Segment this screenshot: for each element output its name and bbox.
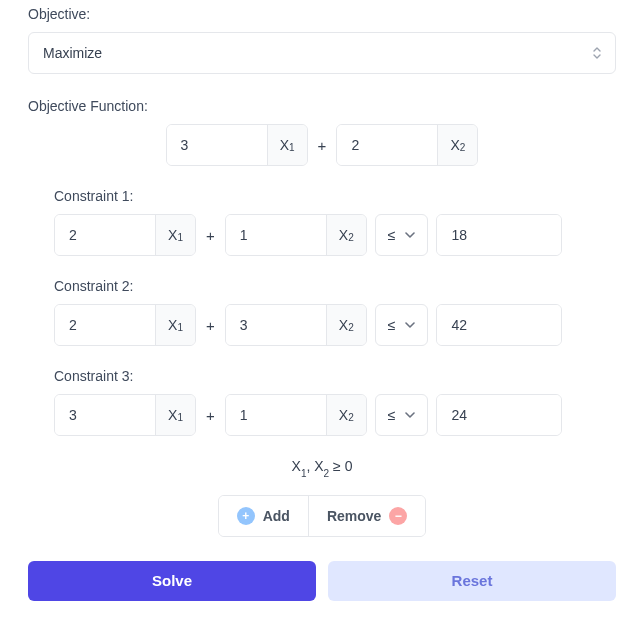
rhs-input[interactable] [437, 215, 561, 255]
operator-select[interactable]: ≤ [375, 214, 429, 256]
remove-button[interactable]: Remove − [308, 496, 425, 536]
add-remove-group: + Add Remove − [218, 495, 427, 537]
rhs-input-wrap [436, 304, 562, 346]
coeff-input-wrap: X1 [166, 124, 308, 166]
coeff-input[interactable] [226, 215, 326, 255]
rhs-input-wrap [436, 214, 562, 256]
variable-badge: X2 [326, 215, 366, 255]
select-chevrons-icon [593, 47, 601, 59]
plus-sign: + [204, 227, 217, 244]
coeff-input[interactable] [337, 125, 437, 165]
chevron-down-icon [405, 412, 415, 418]
solve-button[interactable]: Solve [28, 561, 316, 601]
coeff-input-wrap: X1 [54, 214, 196, 256]
variable-badge: X2 [326, 305, 366, 345]
variable-badge: X2 [326, 395, 366, 435]
operator-value: ≤ [388, 227, 396, 243]
coeff-input-wrap: X1 [54, 394, 196, 436]
variable-badge: X1 [155, 395, 195, 435]
variable-badge: X1 [155, 215, 195, 255]
coeff-input-wrap: X2 [225, 214, 367, 256]
objective-function-label: Objective Function: [28, 98, 616, 114]
coeff-input-wrap: X2 [225, 304, 367, 346]
variable-badge: X1 [267, 125, 307, 165]
coeff-input[interactable] [226, 305, 326, 345]
rhs-input-wrap [436, 394, 562, 436]
coeff-input-wrap: X2 [225, 394, 367, 436]
coeff-input-wrap: X2 [336, 124, 478, 166]
operator-select[interactable]: ≤ [375, 394, 429, 436]
add-button-label: Add [263, 508, 290, 524]
reset-button[interactable]: Reset [328, 561, 616, 601]
rhs-input[interactable] [437, 395, 561, 435]
operator-value: ≤ [388, 407, 396, 423]
objective-select-value: Maximize [43, 45, 102, 61]
constraint-label: Constraint 1: [54, 188, 616, 204]
coeff-input[interactable] [55, 305, 155, 345]
add-button[interactable]: + Add [219, 496, 308, 536]
coeff-input[interactable] [55, 215, 155, 255]
coeff-input-wrap: X1 [54, 304, 196, 346]
operator-value: ≤ [388, 317, 396, 333]
plus-sign: + [204, 317, 217, 334]
variable-badge: X1 [155, 305, 195, 345]
nonnegativity-text: X1, X2 ≥ 0 [28, 458, 616, 477]
objective-select[interactable]: Maximize [28, 32, 616, 74]
plus-sign: + [316, 137, 329, 154]
plus-sign: + [204, 407, 217, 424]
minus-circle-icon: − [389, 507, 407, 525]
coeff-input[interactable] [226, 395, 326, 435]
coeff-input[interactable] [167, 125, 267, 165]
variable-badge: X2 [437, 125, 477, 165]
operator-select[interactable]: ≤ [375, 304, 429, 346]
objective-label: Objective: [28, 6, 616, 22]
coeff-input[interactable] [55, 395, 155, 435]
constraint-label: Constraint 3: [54, 368, 616, 384]
chevron-down-icon [405, 232, 415, 238]
rhs-input[interactable] [437, 305, 561, 345]
plus-circle-icon: + [237, 507, 255, 525]
constraint-label: Constraint 2: [54, 278, 616, 294]
remove-button-label: Remove [327, 508, 381, 524]
chevron-down-icon [405, 322, 415, 328]
